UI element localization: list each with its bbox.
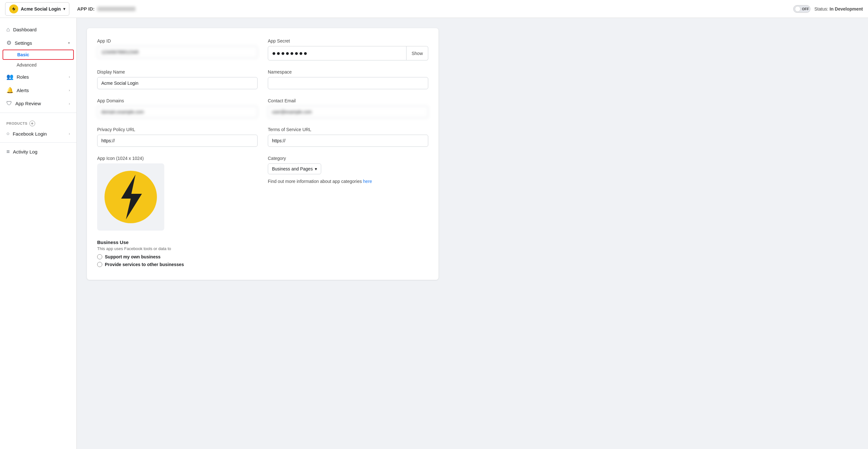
users-icon: 👥 — [6, 73, 13, 80]
svg-marker-0 — [12, 7, 16, 11]
app-icon-label: App Icon (1024 x 1024) — [97, 156, 257, 161]
sidebar-item-activity-log[interactable]: ≡ Activity Log — [0, 145, 76, 158]
radio-option-own-business[interactable]: Support my own business — [97, 254, 428, 259]
form-group-app-secret: App Secret ●●●●●●●● Show — [268, 38, 428, 60]
app-secret-wrapper: ●●●●●●●● Show — [268, 46, 428, 60]
app-icon-container[interactable] — [97, 163, 164, 231]
category-value: Business and Pages — [272, 166, 313, 172]
toggle-knob — [795, 6, 801, 12]
sidebar-item-advanced[interactable]: Advanced — [0, 60, 76, 70]
business-use-section: Business Use This app uses Facebook tool… — [97, 240, 428, 267]
category-dropdown[interactable]: Business and Pages ▾ — [268, 163, 321, 174]
namespace-input[interactable] — [268, 77, 428, 89]
form-group-tos: Terms of Service URL — [268, 127, 428, 147]
sidebar-item-dashboard[interactable]: ⌂ Dashboard — [0, 23, 76, 36]
topbar: Acme Social Login ▾ APP ID: OFF Status: … — [0, 0, 868, 18]
bell-icon: 🔔 — [6, 87, 13, 94]
form-row-1: App ID App Secret ●●●●●●●● Show — [97, 38, 428, 60]
chevron-down-icon: ▾ — [68, 41, 70, 45]
business-use-title: Business Use — [97, 240, 428, 245]
sidebar-item-basic[interactable]: Basic — [3, 50, 74, 60]
main-content: App ID App Secret ●●●●●●●● Show Displ — [77, 18, 868, 449]
form-group-app-icon: App Icon (1024 x 1024) — [97, 156, 257, 231]
chevron-right-icon: › — [69, 88, 70, 92]
privacy-policy-input[interactable] — [97, 134, 257, 147]
circle-check-icon: ○ — [6, 131, 9, 137]
contact-email-input[interactable] — [268, 106, 428, 118]
sidebar-item-facebook-login[interactable]: ○ Facebook Login › — [0, 128, 76, 140]
sidebar-activity-log-label: Activity Log — [13, 149, 70, 154]
tos-input[interactable] — [268, 134, 428, 147]
business-use-desc: This app uses Facebook tools or data to — [97, 246, 428, 251]
bolt-icon — [11, 6, 16, 11]
sidebar-item-app-review[interactable]: 🛡 App Review › — [0, 97, 76, 110]
display-name-input[interactable] — [97, 77, 257, 89]
form-group-category: Category Business and Pages ▾ Find out m… — [268, 156, 428, 231]
menu-icon: ≡ — [6, 148, 10, 155]
app-secret-label: App Secret — [268, 38, 428, 43]
app-name-label: Acme Social Login — [21, 6, 61, 11]
display-name-label: Display Name — [97, 69, 257, 74]
form-row-3: App Domains Contact Email — [97, 98, 428, 118]
topbar-right: OFF Status: In Development — [793, 5, 863, 13]
form-group-privacy-policy: Privacy Policy URL — [97, 127, 257, 147]
app-selector[interactable]: Acme Social Login ▾ — [5, 2, 69, 16]
sidebar-roles-label: Roles — [17, 74, 65, 80]
sidebar-alerts-label: Alerts — [17, 88, 65, 93]
chevron-right-icon: › — [69, 102, 70, 106]
chevron-down-icon: ▾ — [63, 7, 65, 11]
form-row-2: Display Name Namespace — [97, 69, 428, 89]
gear-icon: ⚙ — [6, 39, 11, 47]
privacy-policy-label: Privacy Policy URL — [97, 127, 257, 132]
chevron-right-icon: › — [69, 132, 70, 136]
contact-email-label: Contact Email — [268, 98, 428, 103]
app-domains-input[interactable] — [97, 106, 257, 118]
form-group-app-domains: App Domains — [97, 98, 257, 118]
sidebar-item-settings[interactable]: ⚙ Settings ▾ — [0, 36, 76, 50]
status-text: Status: In Development — [814, 6, 863, 11]
sidebar-products-header: PRODUCTS + — [0, 115, 76, 128]
layout: ⌂ Dashboard ⚙ Settings ▾ Basic Advanced … — [0, 18, 868, 449]
form-group-contact-email: Contact Email — [268, 98, 428, 118]
radio-own-business[interactable] — [97, 254, 102, 259]
app-id-value — [97, 7, 135, 11]
app-id-section: APP ID: — [77, 6, 135, 11]
category-description: Find out more information about app cate… — [268, 179, 428, 184]
radio-other-businesses[interactable] — [97, 262, 102, 267]
toggle-label: OFF — [802, 7, 809, 11]
products-label: PRODUCTS — [6, 122, 28, 125]
home-icon: ⌂ — [6, 26, 10, 33]
sidebar-item-alerts[interactable]: 🔔 Alerts › — [0, 84, 76, 97]
shield-icon: 🛡 — [6, 100, 12, 107]
app-id-field-label: App ID — [97, 38, 257, 43]
form-group-display-name: Display Name — [97, 69, 257, 89]
namespace-label: Namespace — [268, 69, 428, 74]
sidebar-facebook-login-label: Facebook Login — [13, 131, 66, 137]
form-row-5: App Icon (1024 x 1024) Category Business — [97, 156, 428, 231]
add-product-icon[interactable]: + — [29, 121, 35, 126]
tos-label: Terms of Service URL — [268, 127, 428, 132]
sidebar-advanced-label: Advanced — [17, 62, 36, 67]
app-secret-dots: ●●●●●●●● — [268, 46, 406, 60]
sidebar-divider-2 — [0, 142, 76, 143]
app-id-input[interactable] — [97, 46, 257, 58]
form-group-namespace: Namespace — [268, 69, 428, 89]
app-id-label: APP ID: — [77, 6, 95, 11]
form-row-4: Privacy Policy URL Terms of Service URL — [97, 127, 428, 147]
chevron-right-icon: › — [69, 75, 70, 79]
app-domains-label: App Domains — [97, 98, 257, 103]
category-link[interactable]: here — [363, 179, 372, 184]
app-icon-badge — [9, 4, 18, 13]
category-label: Category — [268, 156, 428, 161]
dropdown-arrow-icon: ▾ — [315, 166, 317, 172]
radio-option-other-businesses[interactable]: Provide services to other businesses — [97, 262, 428, 267]
show-secret-button[interactable]: Show — [406, 46, 428, 60]
sidebar-dashboard-label: Dashboard — [13, 27, 70, 32]
settings-card: App ID App Secret ●●●●●●●● Show Displ — [87, 28, 438, 280]
sidebar-settings-label: Settings — [15, 40, 65, 46]
sidebar-basic-label: Basic — [17, 52, 29, 57]
sidebar-app-review-label: App Review — [16, 101, 65, 106]
sidebar-divider — [0, 113, 76, 113]
sidebar-item-roles[interactable]: 👥 Roles › — [0, 70, 76, 84]
status-toggle[interactable]: OFF — [793, 5, 810, 13]
